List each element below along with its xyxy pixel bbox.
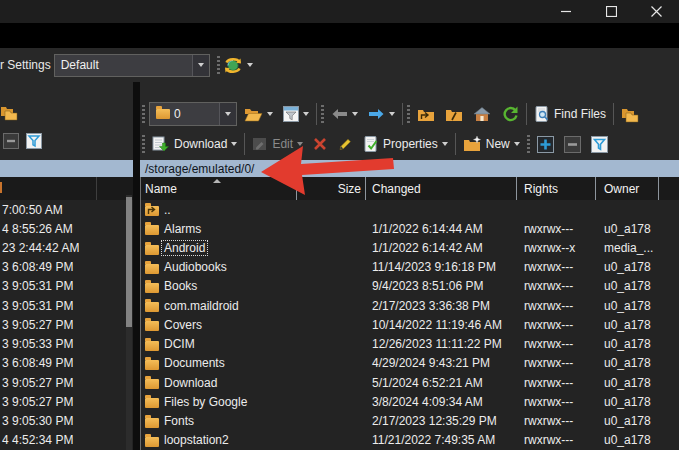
home-directory-button[interactable]: [470, 105, 494, 124]
properties-label: Properties: [383, 137, 438, 151]
maximize-icon: [606, 6, 617, 17]
remote-path-combobox[interactable]: 0: [149, 102, 237, 126]
filter-list-button[interactable]: [588, 134, 611, 155]
toolbar-grip[interactable]: [321, 105, 324, 123]
folder-icon: [145, 302, 159, 312]
minus-icon: [3, 133, 19, 149]
refresh-icon: [501, 106, 519, 122]
table-row[interactable]: Files by Google 3/8/2024 4:09:34 AM rwxr…: [141, 392, 679, 411]
folder-icon: [145, 379, 159, 389]
table-row[interactable]: Covers 10/14/2022 11:19:46 AM rwxrwx--- …: [141, 315, 679, 334]
pencil-icon: [337, 137, 354, 151]
list-item[interactable]: 23 2:44:42 AM: [0, 238, 133, 257]
remote-panel-header: Name Size Changed Rights Owner: [141, 177, 679, 201]
column-header-changed[interactable]: Changed: [366, 177, 517, 200]
local-folders-icon[interactable]: [0, 104, 19, 124]
back-button[interactable]: [328, 106, 361, 122]
table-row[interactable]: com.maildroid 2/17/2023 3:36:38 PM rwxrw…: [141, 296, 679, 315]
edit-button[interactable]: Edit: [249, 135, 306, 153]
remote-path-bar[interactable]: /storage/emulated/0/: [140, 160, 679, 177]
remove-filter-button[interactable]: [561, 134, 584, 155]
list-item[interactable]: 3 9:05:31 PM: [0, 277, 133, 296]
combobox-dropdown-button[interactable]: [219, 103, 236, 125]
folder-icon: [145, 283, 159, 293]
table-row[interactable]: loopstation2 11/21/2022 7:49:35 AM rwxrw…: [141, 431, 679, 450]
properties-button[interactable]: Properties: [361, 134, 451, 154]
table-row[interactable]: Download 5/1/2024 6:52:21 AM rwxrwx--- u…: [141, 373, 679, 392]
table-row[interactable]: Fonts 2/17/2023 12:35:29 PM rwxrwx--- u0…: [141, 411, 679, 430]
list-item[interactable]: 7:00:50 AM: [0, 200, 133, 219]
list-item[interactable]: 3 9:05:31 PM: [0, 296, 133, 315]
maximize-button[interactable]: [589, 0, 634, 23]
local-scrollbar-thumb[interactable]: [126, 197, 132, 327]
winscp-window: r Settings Default: [0, 0, 679, 450]
toolbar-grip[interactable]: [142, 105, 145, 123]
chevron-down-icon: [389, 112, 395, 116]
add-filter-button[interactable]: [534, 134, 557, 155]
chevron-down-icon: [247, 63, 253, 67]
column-header-rights[interactable]: Rights: [517, 177, 596, 200]
local-panel-header[interactable]: [0, 177, 133, 201]
folder-icon: [145, 341, 159, 351]
find-files-button[interactable]: Find Files: [531, 104, 609, 124]
remote-filter-button[interactable]: [280, 104, 312, 124]
forward-button[interactable]: [365, 106, 398, 122]
table-row[interactable]: Books 9/4/2023 8:51:06 PM rwxrwx--- u0_a…: [141, 277, 679, 296]
table-row[interactable]: Audiobooks 11/14/2023 9:16:18 PM rwxrwx-…: [141, 258, 679, 277]
list-item[interactable]: 4 4:52:34 PM: [0, 431, 133, 450]
toolbar-grip[interactable]: [407, 105, 410, 123]
parent-directory-button[interactable]: [414, 105, 438, 124]
minimize-button[interactable]: [544, 0, 589, 23]
list-item[interactable]: 3 9:05:27 PM: [0, 373, 133, 392]
local-file-list: 7:00:50 AM 4 8:55:26 AM 23 2:44:42 AM 3 …: [0, 200, 133, 450]
toolbar-grip[interactable]: [142, 135, 145, 153]
table-row[interactable]: ..: [141, 200, 679, 219]
combobox-dropdown-button[interactable]: [192, 55, 209, 76]
root-directory-button[interactable]: [442, 105, 466, 124]
find-files-label: Find Files: [554, 107, 606, 121]
list-item[interactable]: 3 9:05:33 PM: [0, 335, 133, 354]
column-header-size[interactable]: Size: [297, 177, 366, 200]
filter-funnel-icon: [591, 136, 608, 153]
column-header-owner[interactable]: Owner: [596, 177, 659, 200]
plus-icon: [537, 136, 554, 153]
table-row[interactable]: Alarms 1/1/2022 6:14:44 AM rwxrwx--- u0_…: [141, 219, 679, 238]
rename-button[interactable]: [334, 135, 357, 153]
table-row[interactable]: DCIM 12/26/2023 11:11:22 PM rwxrwx--- u0…: [141, 335, 679, 354]
remote-file-commands-toolbar: Download Edit: [142, 130, 611, 158]
list-item[interactable]: 3 6:08:49 PM: [0, 258, 133, 277]
toolbar-grip[interactable]: [527, 135, 530, 153]
list-item[interactable]: 4 8:55:26 AM: [0, 219, 133, 238]
menu-strip: [0, 23, 679, 48]
close-button[interactable]: [634, 0, 679, 23]
open-directory-button[interactable]: [241, 105, 276, 124]
refresh-button[interactable]: [498, 104, 522, 124]
folder-icon: [145, 418, 159, 428]
list-item[interactable]: 3 9:05:27 PM: [0, 315, 133, 334]
delete-button[interactable]: [310, 135, 330, 153]
filter-funnel-icon: [283, 106, 299, 122]
chevron-down-icon: [297, 142, 303, 146]
download-button[interactable]: Download: [149, 134, 240, 154]
transfer-settings-combobox[interactable]: Default: [54, 54, 210, 77]
remote-file-panel: Name Size Changed Rights Owner ..: [140, 177, 679, 450]
table-row[interactable]: Documents 4/29/2024 9:43:21 PM rwxrwx---…: [141, 354, 679, 373]
local-filter-button[interactable]: [26, 133, 42, 149]
panel-divider[interactable]: [133, 82, 140, 450]
new-button[interactable]: New: [460, 134, 523, 154]
transfer-settings-value: Default: [61, 58, 99, 72]
list-item[interactable]: 3 6:08:49 PM: [0, 354, 133, 373]
list-item[interactable]: 3 9:05:27 PM: [0, 392, 133, 411]
list-item[interactable]: 3 9:05:30 PM: [0, 411, 133, 430]
local-scrollbar[interactable]: [126, 195, 132, 450]
local-minus-button[interactable]: [3, 133, 19, 149]
remote-file-list: .. Alarms 1/1/2022 6:14:44 AM rwxrwx--- …: [141, 200, 679, 450]
find-files-icon: [534, 106, 550, 122]
download-icon: [152, 136, 170, 152]
synchronize-browsing-button[interactable]: [618, 104, 643, 125]
synchronize-button[interactable]: [220, 54, 256, 77]
table-row-focused[interactable]: Android 1/1/2022 6:14:42 AM rwxrwx--x me…: [141, 238, 679, 257]
remote-navigation-toolbar: 0: [142, 100, 643, 128]
home-icon: [473, 107, 491, 122]
local-path-bar[interactable]: [0, 160, 133, 177]
